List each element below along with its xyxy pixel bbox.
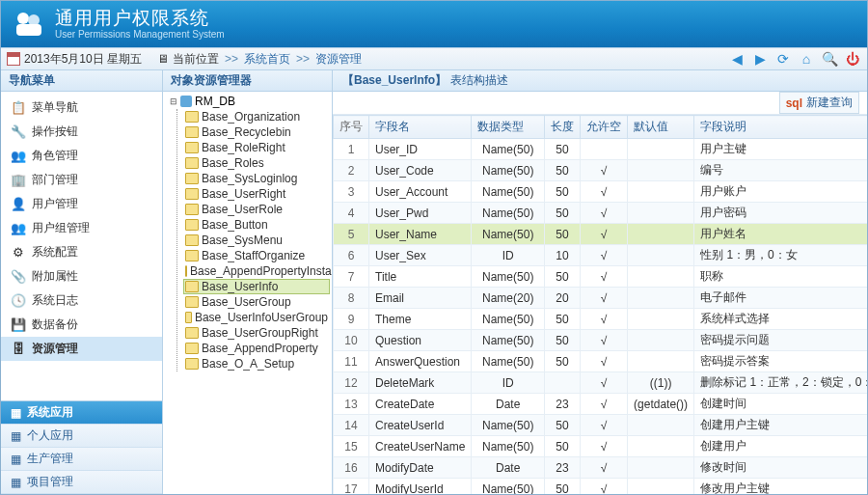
nav-section-1[interactable]: ▦个人应用 <box>1 425 162 448</box>
tree-node[interactable]: Base_UserGroupRight <box>183 325 330 341</box>
collapse-icon[interactable]: ⊟ <box>169 96 177 106</box>
breadcrumb-current[interactable]: 资源管理 <box>315 51 362 68</box>
table-row[interactable]: 15CreateUserNameName(50)50√创建用户 <box>334 436 868 457</box>
nav-item-10[interactable]: 🗄资源管理 <box>1 337 162 361</box>
table-row[interactable]: 14CreateUserIdName(50)50√创建用户主键 <box>334 415 868 436</box>
cell-name: Theme <box>369 309 472 330</box>
cell-null: √ <box>581 372 628 394</box>
cell-default <box>628 330 694 351</box>
tree-root[interactable]: ⊟ RM_DB <box>169 94 330 109</box>
section-label: 生产管理 <box>27 451 73 467</box>
tree-node-label: Base_UserGroupRight <box>202 326 318 340</box>
refresh-icon[interactable]: ⟳ <box>774 50 792 68</box>
tree-node[interactable]: Base_UserInfo <box>183 279 330 294</box>
cell-null: √ <box>581 266 628 288</box>
col-header[interactable]: 允许空 <box>581 116 628 139</box>
table-row[interactable]: 5User_NameName(50)50√用户姓名 <box>334 224 868 245</box>
nav-item-8[interactable]: 🕓系统日志 <box>1 289 162 313</box>
nav-item-1[interactable]: 🔧操作按钮 <box>1 120 162 144</box>
tree-root-label: RM_DB <box>195 95 235 108</box>
table-row[interactable]: 12DeleteMarkID√((1))删除标记 1：正常，2：锁定，0：删除 <box>334 372 868 394</box>
table-icon <box>185 126 199 138</box>
table-row[interactable]: 9ThemeName(50)50√系统样式选择 <box>334 309 868 330</box>
search-icon[interactable]: 🔍 <box>821 50 838 68</box>
nav-item-0[interactable]: 📋菜单导航 <box>1 96 162 120</box>
cell-name: User_Code <box>369 160 472 181</box>
cell-null <box>581 139 628 160</box>
nav-item-2[interactable]: 👥角色管理 <box>1 144 162 168</box>
table-row[interactable]: 7TitleName(50)50√职称 <box>334 266 868 288</box>
tree-node[interactable]: Base_RoleRight <box>183 140 330 155</box>
table-row[interactable]: 17ModifyUserIdName(50)50√修改用户主键 <box>334 479 868 495</box>
nav-item-label: 角色管理 <box>32 148 78 164</box>
tree-node[interactable]: Base_UserRight <box>183 186 330 202</box>
cell-index: 13 <box>334 394 369 415</box>
table-row[interactable]: 3User_AccountName(50)50√用户账户 <box>334 181 868 203</box>
table-row[interactable]: 4User_PwdName(50)50√用户密码 <box>334 203 868 224</box>
col-header[interactable]: 序号 <box>334 116 369 139</box>
tree-node[interactable]: Base_AppendProperty <box>183 341 330 356</box>
back-icon[interactable]: ◀ <box>728 50 746 68</box>
cell-default <box>628 351 694 372</box>
new-query-button[interactable]: sql 新建查询 <box>779 92 859 114</box>
table-row[interactable]: 2User_CodeName(50)50√编号 <box>334 160 868 181</box>
cell-default <box>628 224 694 245</box>
cell-len: 50 <box>545 309 581 330</box>
tree-node[interactable]: Base_Roles <box>183 155 330 171</box>
calendar-icon <box>7 52 20 66</box>
cell-name: ModifyDate <box>369 457 472 479</box>
table-row[interactable]: 6User_SexID10√性别 1：男，0：女 <box>334 245 868 266</box>
table-row[interactable]: 10QuestionName(50)50√密码提示问题 <box>334 330 868 351</box>
cell-index: 9 <box>334 309 369 330</box>
nav-item-icon: ⚙ <box>11 245 26 261</box>
tree-node[interactable]: Base_UserGroup <box>183 294 330 310</box>
schema-table: 序号字段名数据类型长度允许空默认值字段说明 1User_IDName(50)50… <box>333 115 867 494</box>
section-label: 个人应用 <box>27 427 73 444</box>
tree-node[interactable]: Base_SysMenu <box>183 233 330 248</box>
cell-default <box>628 479 694 495</box>
cell-len: 23 <box>545 394 581 415</box>
col-header[interactable]: 字段说明 <box>694 116 867 139</box>
col-header[interactable]: 长度 <box>545 116 581 139</box>
cell-desc: 修改用户主键 <box>694 479 867 495</box>
nav-section-3[interactable]: ▦项目管理 <box>1 471 162 494</box>
nav-item-4[interactable]: 👤用户管理 <box>1 192 162 216</box>
table-row[interactable]: 8EmailName(20)20√电子邮件 <box>334 288 868 309</box>
nav-section-2[interactable]: ▦生产管理 <box>1 448 162 471</box>
table-row[interactable]: 16ModifyDateDate23√修改时间 <box>334 457 868 479</box>
breadcrumb-home[interactable]: 系统首页 <box>244 51 290 68</box>
nav-item-3[interactable]: 🏢部门管理 <box>1 168 162 192</box>
tree-node[interactable]: Base_SysLoginlog <box>183 171 330 186</box>
tree-node[interactable]: Base_UserInfoUserGroup <box>183 310 330 325</box>
nav-item-7[interactable]: 📎附加属性 <box>1 264 162 289</box>
table-row[interactable]: 13CreateDateDate23√(getdate())创建时间 <box>334 394 868 415</box>
cell-default <box>628 245 694 266</box>
col-header[interactable]: 数据类型 <box>472 116 545 139</box>
tree-node[interactable]: Base_StaffOrganize <box>183 248 330 263</box>
nav-item-9[interactable]: 💾数据备份 <box>1 313 162 337</box>
table-icon <box>185 281 199 292</box>
col-header[interactable]: 默认值 <box>628 116 694 139</box>
nav-item-6[interactable]: ⚙系统配置 <box>1 240 162 264</box>
table-icon <box>185 173 199 184</box>
table-row[interactable]: 1User_IDName(50)50用户主键 <box>334 139 868 160</box>
cell-type: Name(50) <box>472 139 545 160</box>
table-row[interactable]: 11AnswerQuestionName(50)50√密码提示答案 <box>334 351 868 372</box>
tree-node[interactable]: Base_O_A_Setup <box>183 356 330 371</box>
forward-icon[interactable]: ▶ <box>751 50 769 68</box>
tree-node[interactable]: Base_Organization <box>183 109 330 124</box>
tree-node[interactable]: Base_Recyclebin <box>183 124 330 140</box>
nav-section-0[interactable]: ▦系统应用 <box>1 401 162 425</box>
table-icon <box>185 265 187 277</box>
tree-node[interactable]: Base_UserRole <box>183 202 330 217</box>
tree-node[interactable]: Base_Button <box>183 217 330 233</box>
tree-node-label: Base_StaffOrganize <box>202 249 305 262</box>
nav-item-5[interactable]: 👥用户组管理 <box>1 216 162 240</box>
cell-name: CreateUserName <box>369 436 472 457</box>
tree-node[interactable]: Base_AppendPropertyInstance <box>183 263 330 279</box>
col-header[interactable]: 字段名 <box>369 116 472 139</box>
power-icon[interactable]: ⏻ <box>844 50 861 68</box>
cell-len: 50 <box>545 224 581 245</box>
home-icon[interactable]: ⌂ <box>798 50 815 68</box>
table-icon <box>185 188 199 200</box>
